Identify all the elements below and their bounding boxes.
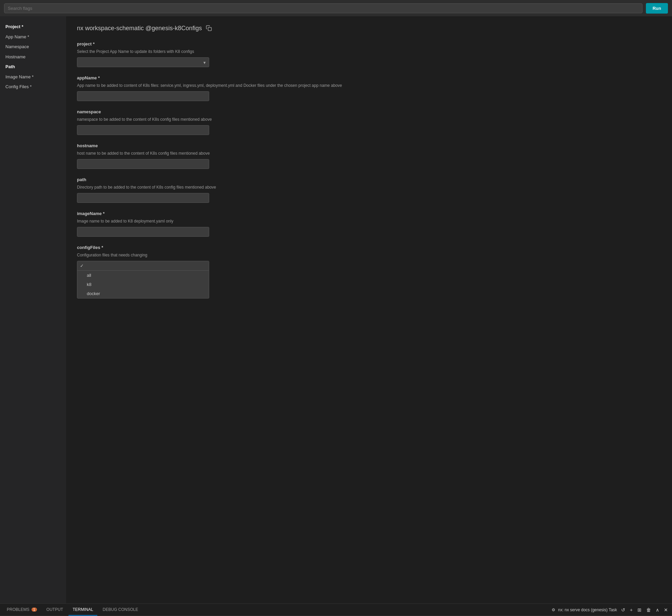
field-desc-configFiles: Configuration files that needs changing <box>77 252 661 258</box>
field-desc-path: Directory path to be added to the conten… <box>77 184 661 190</box>
split-icon[interactable]: ⊞ <box>636 607 643 613</box>
dropdown-option-docker[interactable]: docker <box>77 289 209 298</box>
status-bar-right-icons: ↺ + ⊞ 🗑 ∧ ✕ <box>620 607 669 613</box>
sidebar-item-app-name-*[interactable]: App Name * <box>0 32 66 42</box>
panel-tab-debug-console[interactable]: DEBUG CONSOLE <box>99 604 142 616</box>
dropdown-option-k8[interactable]: k8 <box>77 280 209 289</box>
field-group-path: pathDirectory path to be added to the co… <box>77 177 661 203</box>
select-wrapper-project: ▾ <box>77 57 209 67</box>
checkmark-icon: ✓ <box>80 263 84 268</box>
run-button[interactable]: Run <box>646 3 668 14</box>
dropdown-selected-row-configFiles[interactable]: ✓ <box>77 261 209 271</box>
form-area: nx workspace-schematic @genesis-k8Config… <box>66 16 672 603</box>
panel-tab-output[interactable]: OUTPUT <box>42 604 67 616</box>
dropdown-option-all[interactable]: all <box>77 271 209 280</box>
svg-rect-0 <box>208 27 212 31</box>
field-desc-hostname: host name to be added to the content of … <box>77 150 661 156</box>
trash-icon[interactable]: 🗑 <box>645 607 652 613</box>
bottom-panel-tabs: PROBLEMS1OUTPUTTERMINALDEBUG CONSOLE ⚙ n… <box>0 604 672 616</box>
field-label-project: project * <box>77 41 661 46</box>
sidebar-title[interactable]: Project * <box>0 22 66 32</box>
input-namespace[interactable] <box>77 125 209 135</box>
sidebar-item-image-name-*[interactable]: Image Name * <box>0 72 66 82</box>
copy-icon[interactable] <box>205 24 213 32</box>
field-desc-project: Select the Project App Name to update it… <box>77 49 661 55</box>
field-label-hostname: hostname <box>77 143 661 148</box>
sidebar-item-config-files-*[interactable]: Config Files * <box>0 82 66 92</box>
field-label-configFiles: configFiles * <box>77 245 661 250</box>
field-desc-appName: App name to be added to content of K8s f… <box>77 82 661 89</box>
status-bar-right: ⚙ nx: nx serve docs (genesis) Task ↺ + ⊞… <box>552 607 669 613</box>
field-group-imageName: imageName *Image name to be added to K8 … <box>77 211 661 237</box>
form-title: nx workspace-schematic @genesis-k8Config… <box>77 24 661 32</box>
field-label-path: path <box>77 177 661 182</box>
sidebar-item-path[interactable]: Path <box>0 62 66 72</box>
input-hostname[interactable] <box>77 159 209 169</box>
close-icon[interactable]: ✕ <box>663 607 669 613</box>
field-desc-namespace: namespace to be added to the content of … <box>77 116 661 122</box>
field-desc-imageName: Image name to be added to K8 deployment.… <box>77 218 661 224</box>
sidebar-item-namespace[interactable]: Namespace <box>0 42 66 52</box>
collapse-icon[interactable]: ∧ <box>654 607 660 613</box>
field-group-configFiles: configFiles *Configuration files that ne… <box>77 245 661 299</box>
field-label-appName: appName * <box>77 75 661 80</box>
form-heading: nx workspace-schematic @genesis-k8Config… <box>77 25 202 32</box>
search-flags-input[interactable] <box>4 3 643 13</box>
panel-tab-problems[interactable]: PROBLEMS1 <box>3 604 41 616</box>
input-appName[interactable] <box>77 91 209 101</box>
task-icon: ⚙ <box>552 608 555 612</box>
select-project[interactable] <box>77 57 209 67</box>
input-path[interactable] <box>77 193 209 203</box>
sidebar-item-hostname[interactable]: Hostname <box>0 52 66 62</box>
panel-tab-terminal[interactable]: TERMINAL <box>68 604 97 616</box>
refresh-icon[interactable]: ↺ <box>620 607 627 613</box>
task-label: nx: nx serve docs (genesis) Task <box>558 608 617 612</box>
field-group-namespace: namespacenamespace to be added to the co… <box>77 109 661 135</box>
main-content: Project * App Name *NamespaceHostnamePat… <box>0 16 672 603</box>
bottom-panel: PROBLEMS1OUTPUTTERMINALDEBUG CONSOLE ⚙ n… <box>0 603 672 616</box>
dropdown-configFiles: ✓allk8docker <box>77 261 209 299</box>
badge-problems: 1 <box>32 608 37 612</box>
input-imageName[interactable] <box>77 227 209 237</box>
sidebar: Project * App Name *NamespaceHostnamePat… <box>0 16 66 603</box>
add-icon[interactable]: + <box>629 607 634 613</box>
field-label-namespace: namespace <box>77 109 661 114</box>
field-group-project: project *Select the Project App Name to … <box>77 41 661 67</box>
field-group-hostname: hostnamehost name to be added to the con… <box>77 143 661 169</box>
field-group-appName: appName *App name to be added to content… <box>77 75 661 101</box>
field-label-imageName: imageName * <box>77 211 661 216</box>
top-bar: Run <box>0 0 672 16</box>
